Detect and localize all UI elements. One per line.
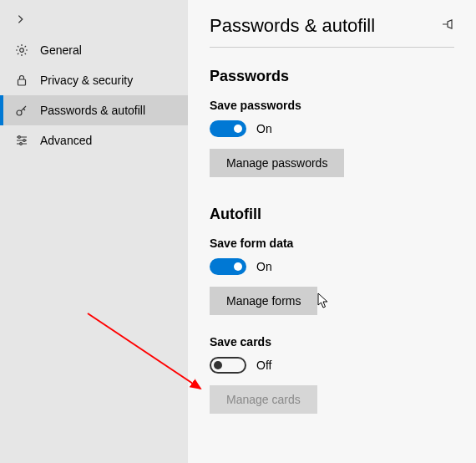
pin-icon[interactable]	[441, 18, 454, 34]
page-title: Passwords & autofill	[210, 15, 375, 37]
manage-forms-button[interactable]: Manage forms	[210, 287, 317, 315]
svg-point-5	[20, 143, 23, 145]
manage-cards-button: Manage cards	[210, 385, 317, 414]
toggle-state-label: Off	[256, 359, 271, 372]
sidebar-item-label: Advanced	[40, 134, 92, 147]
key-icon	[15, 104, 28, 117]
svg-point-2	[17, 110, 22, 115]
sidebar-item-label: Passwords & autofill	[40, 104, 145, 117]
sidebar-item-passwords-autofill[interactable]: Passwords & autofill	[0, 95, 188, 125]
header: Passwords & autofill	[210, 15, 454, 48]
save-form-data-label: Save form data	[210, 237, 454, 250]
toggle-state-label: On	[256, 260, 272, 273]
save-passwords-label: Save passwords	[210, 99, 454, 112]
sidebar-item-privacy[interactable]: Privacy & security	[0, 65, 188, 95]
section-title-passwords: Passwords	[210, 68, 454, 85]
manage-passwords-button[interactable]: Manage passwords	[210, 149, 344, 177]
save-form-data-toggle[interactable]	[210, 258, 246, 275]
sidebar-item-label: Privacy & security	[40, 74, 133, 87]
svg-point-3	[18, 136, 21, 139]
save-cards-toggle[interactable]	[210, 357, 246, 374]
sidebar-item-label: General	[40, 43, 82, 57]
svg-rect-1	[18, 79, 26, 85]
svg-point-4	[23, 140, 26, 142]
save-cards-label: Save cards	[210, 335, 454, 349]
chevron-right-icon[interactable]	[0, 7, 188, 35]
toggle-state-label: On	[256, 122, 272, 135]
save-passwords-toggle[interactable]	[210, 120, 246, 137]
section-title-autofill: Autofill	[210, 206, 454, 223]
lock-icon	[15, 74, 28, 87]
sidebar-item-general[interactable]: General	[0, 35, 188, 65]
sidebar-item-advanced[interactable]: Advanced	[0, 125, 188, 155]
sliders-icon	[15, 134, 28, 147]
gear-icon	[15, 43, 28, 57]
svg-point-0	[20, 48, 24, 53]
sidebar: General Privacy & security Passwords & a…	[0, 0, 188, 463]
main-panel: Passwords & autofill Passwords Save pass…	[188, 0, 476, 463]
